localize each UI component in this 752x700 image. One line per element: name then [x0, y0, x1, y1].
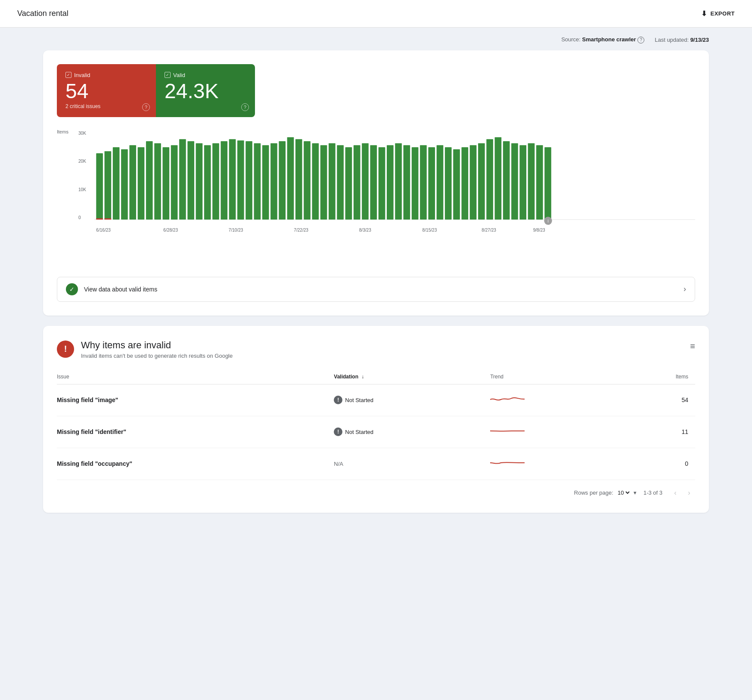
svg-rect-5 [96, 153, 103, 220]
svg-rect-46 [437, 145, 444, 220]
issue-cell: Missing field "occupancy" [57, 448, 334, 480]
svg-rect-9 [129, 145, 136, 220]
issue-cell: Missing field "image" [57, 384, 334, 416]
svg-rect-11 [146, 141, 153, 220]
col-header-items: Items [629, 369, 695, 384]
trend-sparkline [490, 425, 525, 438]
not-started-icon: ! [334, 396, 342, 404]
col-header-trend: Trend [490, 369, 629, 384]
source-info: Source: Smartphone crawler ? [561, 36, 644, 43]
chart-y-label: Items [57, 129, 68, 134]
svg-rect-48 [453, 149, 460, 219]
svg-rect-55 [511, 143, 518, 219]
svg-rect-24 [254, 143, 261, 219]
col-header-validation: Validation ↓ [334, 369, 490, 384]
chart-area: Items 30K 20K 10K 0 [57, 129, 695, 268]
svg-rect-36 [354, 145, 360, 220]
svg-rect-59 [544, 147, 551, 220]
prev-page-button[interactable]: ‹ [669, 487, 681, 499]
svg-rect-50 [470, 145, 477, 220]
svg-text:8/15/23: 8/15/23 [423, 227, 437, 232]
svg-rect-32 [320, 145, 327, 220]
svg-rect-37 [362, 143, 369, 219]
pagination: Rows per page: 10 25 50 ▾ 1-3 of 3 ‹ › [57, 480, 695, 499]
table-row[interactable]: Missing field "identifier" ! Not Started… [57, 416, 695, 448]
table-row[interactable]: Missing field "image" ! Not Started 54 [57, 384, 695, 416]
export-icon: ⬇ [701, 9, 707, 18]
svg-rect-12 [154, 143, 161, 219]
invalid-count: 54 [65, 81, 146, 102]
svg-text:9/8/23: 9/8/23 [533, 227, 545, 232]
svg-rect-60 [96, 218, 103, 220]
svg-rect-30 [304, 141, 311, 220]
table-row[interactable]: Missing field "occupancy"N/A 0 [57, 448, 695, 480]
svg-rect-58 [536, 145, 543, 220]
svg-rect-7 [113, 147, 120, 220]
items-cell: 11 [629, 416, 695, 448]
main-content: Source: Smartphone crawler ? Last update… [0, 28, 752, 532]
svg-text:0: 0 [78, 215, 81, 220]
valid-checkbox: ✓ [165, 72, 171, 78]
next-page-button[interactable]: › [683, 487, 695, 499]
svg-rect-14 [171, 145, 178, 220]
svg-rect-31 [312, 143, 319, 219]
source-help-icon[interactable]: ? [637, 37, 644, 43]
valid-tile[interactable]: ✓ Valid 24.3K ? [156, 64, 255, 117]
svg-rect-52 [486, 139, 493, 220]
svg-rect-34 [337, 145, 344, 220]
svg-rect-51 [478, 143, 485, 219]
svg-rect-19 [212, 143, 219, 219]
svg-text:7/10/23: 7/10/23 [229, 227, 243, 232]
trend-cell [490, 448, 629, 480]
validation-cell: ! Not Started [334, 416, 490, 448]
trend-cell [490, 416, 629, 448]
svg-rect-15 [179, 139, 186, 220]
rows-per-page-select[interactable]: 10 25 50 [616, 489, 631, 496]
svg-rect-42 [404, 145, 410, 220]
invalid-subtitle: 2 critical issues [65, 103, 146, 109]
invalid-tile[interactable]: ✓ Invalid 54 2 critical issues ? [57, 64, 156, 117]
filter-icon[interactable]: ≡ [690, 341, 695, 351]
items-cell: 0 [629, 448, 695, 480]
svg-rect-56 [519, 145, 526, 220]
svg-rect-23 [245, 141, 252, 220]
svg-rect-22 [237, 140, 244, 220]
valid-items-row[interactable]: ✓ View data about valid items › [57, 277, 695, 302]
svg-rect-40 [387, 145, 394, 220]
invalid-reasons-card: ! Why items are invalid Invalid items ca… [43, 326, 709, 513]
valid-check-circle: ✓ [66, 283, 78, 295]
svg-rect-44 [420, 145, 427, 220]
error-icon: ! [57, 341, 74, 358]
col-header-issue: Issue [57, 369, 334, 384]
bar-chart: 30K 20K 10K 0 [78, 129, 695, 250]
svg-rect-8 [121, 149, 128, 219]
invalid-help-icon[interactable]: ? [142, 103, 150, 111]
svg-text:i: i [547, 218, 548, 223]
valid-help-icon[interactable]: ? [241, 103, 249, 111]
page-title: Vacation rental [17, 9, 68, 18]
svg-text:7/22/23: 7/22/23 [294, 227, 308, 232]
svg-rect-47 [445, 147, 452, 220]
items-cell: 54 [629, 384, 695, 416]
header: Vacation rental ⬇ EXPORT [0, 0, 752, 28]
svg-rect-10 [138, 147, 145, 220]
svg-rect-17 [196, 143, 203, 219]
svg-rect-25 [262, 145, 269, 220]
svg-text:6/28/23: 6/28/23 [163, 227, 178, 232]
svg-rect-39 [379, 147, 385, 220]
svg-rect-27 [279, 141, 286, 220]
source-bar: Source: Smartphone crawler ? Last update… [43, 36, 709, 43]
svg-rect-26 [270, 143, 277, 219]
svg-rect-21 [229, 139, 236, 220]
svg-rect-35 [345, 147, 352, 220]
valid-count: 24.3K [165, 81, 245, 102]
export-button[interactable]: ⬇ EXPORT [701, 9, 735, 18]
svg-text:8/3/23: 8/3/23 [359, 227, 371, 232]
svg-rect-45 [428, 147, 435, 220]
invalid-checkbox: ✓ [65, 72, 71, 78]
status-tiles: ✓ Invalid 54 2 critical issues ? ✓ Valid… [57, 64, 255, 117]
svg-rect-20 [221, 141, 227, 220]
svg-rect-13 [163, 147, 170, 220]
svg-rect-57 [528, 143, 535, 219]
svg-rect-41 [395, 143, 402, 219]
